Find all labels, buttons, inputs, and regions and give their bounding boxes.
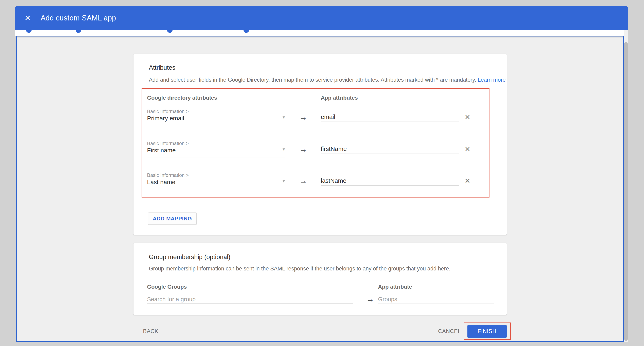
stepper-strip (15, 30, 628, 36)
mapping-row: Basic Information > Last name ▼ → ✕ (147, 172, 494, 199)
mapping-row: Basic Information > First name ▼ → ✕ (147, 141, 494, 167)
scrollbar-track[interactable] (624, 30, 628, 342)
column-header-app-attributes: App attributes (321, 95, 358, 101)
select-underline (147, 125, 286, 125)
dropdown-arrow-icon[interactable]: ▼ (282, 147, 286, 152)
directory-attribute-select[interactable]: Primary email (147, 115, 184, 122)
input-underline (378, 303, 494, 303)
arrow-right-icon: → (299, 113, 307, 122)
remove-mapping-icon[interactable]: ✕ (464, 177, 470, 185)
groups-app-attribute-input[interactable] (378, 296, 492, 303)
group-search-input[interactable] (147, 296, 352, 303)
column-header-app-attribute: App attribute (378, 284, 412, 290)
attributes-description-text: Add and select user fields in the Google… (149, 77, 476, 83)
column-header-google-directory-attributes: Google directory attributes (147, 95, 217, 101)
attributes-card-description: Add and select user fields in the Google… (149, 77, 506, 83)
dropdown-arrow-icon[interactable]: ▼ (282, 115, 286, 120)
remove-mapping-icon[interactable]: ✕ (464, 113, 470, 121)
input-underline (147, 303, 353, 304)
attributes-card: Attributes Add and select user fields in… (134, 54, 507, 235)
mapping-row: Basic Information > Primary email ▼ → ✕ (147, 109, 494, 135)
group-membership-card-description: Group membership information can be sent… (149, 266, 450, 272)
app-attribute-input[interactable] (321, 177, 458, 184)
directory-attribute-category-label: Basic Information > (147, 172, 189, 178)
app-attribute-input[interactable] (321, 113, 458, 120)
learn-more-link[interactable]: Learn more (478, 77, 506, 83)
directory-attribute-category-label: Basic Information > (147, 109, 189, 114)
close-icon[interactable]: ✕ (24, 6, 31, 30)
arrow-right-icon: → (299, 177, 307, 186)
group-membership-card-title: Group membership (optional) (149, 253, 230, 261)
back-button[interactable]: BACK (138, 326, 163, 337)
add-mapping-button[interactable]: ADD MAPPING (148, 213, 196, 225)
group-membership-card: Group membership (optional) Group member… (134, 243, 507, 315)
cancel-button[interactable]: CANCEL (435, 326, 464, 337)
dropdown-arrow-icon[interactable]: ▼ (282, 179, 286, 184)
add-custom-saml-app-dialog: ✕ Add custom SAML app Attributes Add and… (0, 0, 644, 346)
scrollbar-thumb[interactable] (624, 42, 628, 341)
column-header-google-groups: Google Groups (147, 284, 187, 290)
dialog-header-bar: ✕ Add custom SAML app (15, 6, 628, 30)
dialog-title: Add custom SAML app (41, 6, 116, 30)
arrow-right-icon: → (299, 145, 307, 154)
app-attribute-input[interactable] (321, 145, 458, 152)
directory-attribute-category-label: Basic Information > (147, 141, 189, 146)
arrow-right-icon: → (366, 294, 374, 304)
directory-attribute-select[interactable]: First name (147, 147, 176, 154)
select-underline (147, 157, 286, 157)
input-underline (321, 185, 459, 186)
attributes-card-title: Attributes (149, 64, 175, 71)
finish-button[interactable]: FINISH (468, 325, 507, 338)
input-underline (321, 121, 459, 122)
input-underline (321, 153, 459, 154)
select-underline (147, 189, 286, 189)
remove-mapping-icon[interactable]: ✕ (464, 145, 470, 153)
directory-attribute-select[interactable]: Last name (147, 179, 175, 186)
